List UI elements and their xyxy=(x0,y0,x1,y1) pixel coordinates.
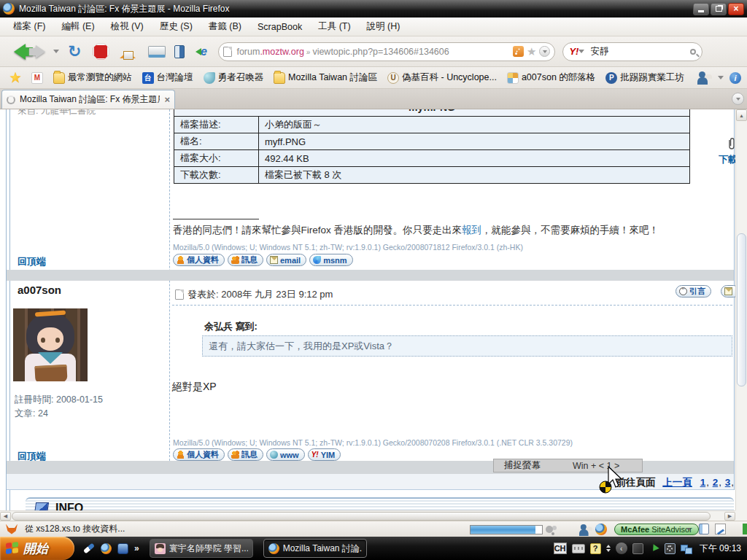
restore-button[interactable] xyxy=(711,3,727,15)
notes-icon[interactable] xyxy=(715,524,726,534)
vertical-scrollbar[interactable]: ▲ xyxy=(735,109,747,510)
keyboard-icon[interactable] xyxy=(572,544,585,553)
url-history-dropdown[interactable] xyxy=(539,46,550,57)
search-bar[interactable]: Y! 安靜 xyxy=(562,42,703,61)
bookmark-item-ptt[interactable]: P批踢踢實業工坊 xyxy=(602,70,688,85)
mcafee-dropdown-icon[interactable] xyxy=(686,528,691,533)
bookmark-item[interactable]: M xyxy=(28,71,47,85)
vertical-scroll-thumb[interactable] xyxy=(737,233,746,386)
rss-feed-icon[interactable] xyxy=(513,46,524,57)
msnm-button[interactable]: msnm xyxy=(309,254,352,266)
url-text[interactable]: forum.moztw.org»viewtopic.php?p=134606#1… xyxy=(236,47,510,57)
taskbar-task-firefox[interactable]: Mozilla Taiwan 討論... xyxy=(263,539,367,558)
update-tray-icon[interactable] xyxy=(649,543,659,554)
tab-moztw-forum[interactable]: Mozilla Taiwan 討論區: Fx 佈景主題展 × xyxy=(1,90,175,109)
bookmark-item-summoner[interactable]: 勇者召喚器 xyxy=(200,70,268,85)
horizontal-scroll-thumb[interactable] xyxy=(12,512,711,521)
toolbar-resize-arrows[interactable] xyxy=(606,542,611,554)
panel-icon[interactable] xyxy=(699,524,709,534)
bookmark-item-taiwan-forum[interactable]: 台台灣論壇 xyxy=(139,70,197,85)
post-icon[interactable] xyxy=(175,289,184,300)
menu-tools[interactable]: 工具 (T) xyxy=(311,18,357,35)
scroll-up-arrow[interactable]: ▲ xyxy=(736,109,747,121)
url-bar[interactable]: forum.moztw.org»viewtopic.php?p=134606#1… xyxy=(218,42,555,61)
bookmark-item-most-visited[interactable]: 最常瀏覽的網站 xyxy=(50,70,136,85)
home-button[interactable] xyxy=(119,44,136,59)
menu-file[interactable]: 檔案 (F) xyxy=(6,18,53,35)
start-button[interactable]: 開始 xyxy=(0,537,74,560)
quick-launch-overflow[interactable]: » xyxy=(134,543,139,553)
minimize-button[interactable] xyxy=(693,3,709,15)
bookmark-item-moztw[interactable]: Mozilla Taiwan 討論區 xyxy=(270,70,381,85)
network-tray-icon[interactable] xyxy=(681,543,692,554)
signature-text: 香港的同志們！請來幫忙參與Firefox 香港版的開發。你只要走出來報到，就能參… xyxy=(173,224,735,237)
private-message-button[interactable]: 訊息 xyxy=(228,448,263,461)
firefox-quicklaunch-icon[interactable] xyxy=(101,543,112,554)
forward-button[interactable] xyxy=(36,45,52,58)
page-link[interactable]: 1 xyxy=(700,477,706,488)
settings-tray-icon[interactable] xyxy=(665,543,676,554)
app-quicklaunch-icon[interactable] xyxy=(117,543,128,554)
www-button[interactable]: www xyxy=(266,448,305,461)
tray-clock[interactable]: 下午 09:13 xyxy=(700,542,741,555)
bookmark-item-blog[interactable]: a007son 的部落格 xyxy=(503,70,599,85)
menu-view[interactable]: 檢視 (V) xyxy=(104,18,151,35)
yahoo-search-icon[interactable]: Y! xyxy=(569,46,578,57)
folder-icon xyxy=(53,72,65,84)
pen-quicklaunch-icon[interactable] xyxy=(83,543,95,554)
search-engine-dropdown[interactable] xyxy=(578,47,584,56)
system-tray: CH ? ‹ 下午 09:13 xyxy=(554,542,747,555)
scroll-right-arrow[interactable]: ▶ xyxy=(724,512,735,521)
stop-button[interactable] xyxy=(93,44,109,60)
attachment-row-label: 檔案大小: xyxy=(174,150,259,167)
profile-button[interactable]: 個人資料 xyxy=(173,254,225,266)
extension-molecule-icon[interactable] xyxy=(546,526,553,533)
search-magnifier-icon[interactable] xyxy=(690,49,696,55)
taskbar-task-learning[interactable]: 寰宇名師學院 學習... xyxy=(150,539,253,558)
previous-page-link[interactable]: 上一頁 xyxy=(662,477,692,488)
page-link[interactable]: 2 xyxy=(713,477,719,488)
back-button[interactable] xyxy=(6,44,26,60)
page-link[interactable]: 3 xyxy=(725,477,731,488)
bookmark-star-icon[interactable]: ★ xyxy=(527,46,536,57)
scrapbook-fox-icon[interactable] xyxy=(6,524,18,534)
email-button[interactable]: email xyxy=(266,254,306,266)
yim-button[interactable]: Y!YIM xyxy=(308,448,341,461)
bookmark-item-uncyclopedia[interactable]: U偽基百科 - Uncyclope... xyxy=(384,70,500,85)
menu-bookmarks[interactable]: 書籤 (B) xyxy=(201,18,249,35)
extension-dropdown-icon[interactable] xyxy=(718,76,724,82)
scrapbook-person-icon[interactable] xyxy=(697,71,712,85)
device-tray-icon[interactable] xyxy=(632,543,643,554)
menu-history[interactable]: 歷史 (S) xyxy=(152,18,200,35)
private-message-button[interactable]: 訊息 xyxy=(228,254,263,266)
sidebar-book-icon[interactable] xyxy=(174,45,185,58)
windows-logo-icon xyxy=(6,542,19,555)
tab-close-icon[interactable]: × xyxy=(164,95,170,104)
scrapbook-person-icon[interactable] xyxy=(579,524,592,536)
tab-title: Mozilla Taiwan 討論區: Fx 佈景主題展 xyxy=(20,93,160,106)
menu-help[interactable]: 說明 (H) xyxy=(360,18,408,35)
menu-edit[interactable]: 編輯 (E) xyxy=(54,18,101,35)
forward-dropdown-icon[interactable] xyxy=(53,47,59,56)
close-button[interactable]: × xyxy=(728,3,744,15)
info-icon[interactable]: i xyxy=(729,72,741,84)
list-all-tabs-button[interactable] xyxy=(732,93,744,105)
menu-bar: 檔案 (F) 編輯 (E) 檢視 (V) 歷史 (S) 書籤 (B) Scrap… xyxy=(0,18,747,36)
firefox-status-icon[interactable] xyxy=(595,524,607,535)
profile-button[interactable]: 個人資料 xyxy=(173,448,225,461)
hidden-icons-chevron[interactable]: ‹ xyxy=(616,542,627,554)
language-indicator[interactable]: CH xyxy=(554,542,567,554)
edit-icon xyxy=(724,287,732,295)
help-tray-icon[interactable]: ? xyxy=(590,543,601,554)
back-to-top-link[interactable]: 回頂端 xyxy=(18,255,46,268)
bookmark-item[interactable] xyxy=(6,71,25,85)
reload-button[interactable]: ↻ xyxy=(68,44,81,60)
signup-link[interactable]: 報到 xyxy=(462,225,481,236)
search-input[interactable]: 安靜 xyxy=(590,45,690,58)
scroll-left-arrow[interactable]: ◀ xyxy=(0,512,11,521)
menu-scrapbook[interactable]: ScrapBook xyxy=(250,20,309,34)
horizontal-scrollbar[interactable]: ◀ ▶ xyxy=(0,510,735,521)
window-capture-icon[interactable] xyxy=(148,46,166,58)
quote-button[interactable]: 引言 xyxy=(676,285,711,298)
ie-tab-icon[interactable]: e xyxy=(196,45,211,58)
